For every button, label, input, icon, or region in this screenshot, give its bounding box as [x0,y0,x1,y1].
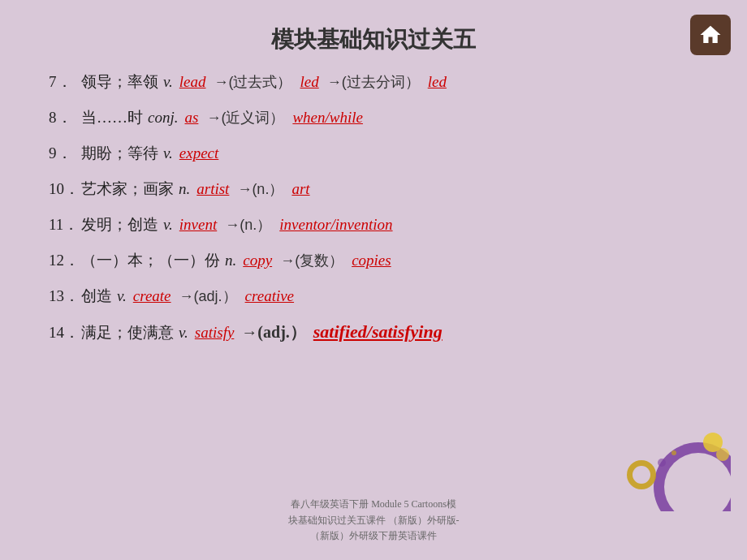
home-icon[interactable] [690,15,731,55]
footer-line1: 春八年级英语下册 Module 5 Cartoons模 [291,498,456,510]
row-11: 11． 发明；创造 v. invent →(n.） inventor/inven… [49,214,698,235]
footer-line3: （新版）外研级下册英语课件 [310,530,437,541]
num-13: 13． [49,286,81,307]
word3-7: led [428,73,447,91]
word2-12: copies [352,252,391,269]
arrow2-7: →(过去分词） [327,72,420,92]
num-9: 9． [49,143,81,164]
word2-8: when/while [292,109,363,127]
pos-8: conj. [148,109,178,127]
arrow1-10: →(n.） [237,179,283,199]
pos-14: v. [179,324,188,342]
chinese-10: 艺术家；画家 [81,179,174,200]
chinese-9: 期盼；等待 [81,143,158,164]
svg-point-5 [716,448,729,461]
word2-14: satified/satisfying [313,321,443,342]
pos-9: v. [163,144,173,162]
arrow1-13: →(adj.） [179,286,237,306]
word-10: artist [196,180,229,198]
content-area: 7． 领导；率领 v. lead →(过去式） led →(过去分词） led … [49,71,698,343]
num-14: 14． [49,322,81,343]
row-10: 10． 艺术家；画家 n. artist →(n.） art [49,179,698,200]
row-12: 12． （一）本；（一）份 n. copy →(复数） copies [49,250,698,271]
arrow1-14: →(adj.） [237,321,309,343]
arrow1-7: →(过去式） [214,72,292,92]
chinese-7: 领导；率领 [81,71,158,93]
row-13: 13． 创造 v. create →(adj.） creative [49,286,698,307]
pos-11: v. [163,216,173,234]
arrow1-11: →(n.） [225,215,271,235]
arrow1-12: →(复数） [280,251,343,270]
chinese-8: 当……时 [81,107,143,128]
word-8: as [184,109,198,127]
word-12: copy [243,252,272,269]
slide: 模块基础知识过关五 7． 领导；率领 v. lead →(过去式） led →(… [0,0,747,560]
word-7: lead [179,73,206,91]
chinese-13: 创造 [81,286,112,307]
word-9: expect [179,144,219,162]
slide-title: 模块基础知识过关五 [49,24,698,55]
arrow1-8: →(近义词） [206,108,284,127]
footer: 春八年级英语下册 Module 5 Cartoons模 块基础知识过关五课件 （… [288,497,460,544]
pos-13: v. [117,287,127,305]
row-14: 14． 满足；使满意 v. satisfy →(adj.） satified/s… [49,321,698,343]
num-12: 12． [49,250,81,271]
num-7: 7． [49,71,81,93]
pos-10: n. [179,180,190,198]
pos-7: v. [163,73,173,91]
word-14: satisfy [195,324,235,342]
row-8: 8． 当……时 conj. as →(近义词） when/while [49,107,698,128]
pos-12: n. [225,252,236,269]
word2-7: led [300,73,319,91]
num-10: 10． [49,179,81,200]
svg-point-3 [633,466,650,484]
footer-line2: 块基础知识过关五课件 （新版）外研版- [288,515,460,526]
row-7: 7． 领导；率领 v. lead →(过去式） led →(过去分词） led [49,71,698,93]
row-9: 9． 期盼；等待 v. expect [49,143,698,164]
chinese-12: （一）本；（一）份 [81,250,220,271]
word2-13: creative [245,287,294,305]
svg-point-7 [671,450,676,455]
num-8: 8． [49,107,81,128]
decoration-bottom-right [617,398,731,511]
word2-11: inventor/invention [279,216,392,234]
word-13: create [133,287,171,305]
word-11: invent [179,216,217,234]
chinese-11: 发明；创造 [81,214,158,235]
word2-10: art [291,180,309,198]
num-11: 11． [49,214,81,235]
chinese-14: 满足；使满意 [81,322,174,343]
svg-point-6 [658,459,666,467]
